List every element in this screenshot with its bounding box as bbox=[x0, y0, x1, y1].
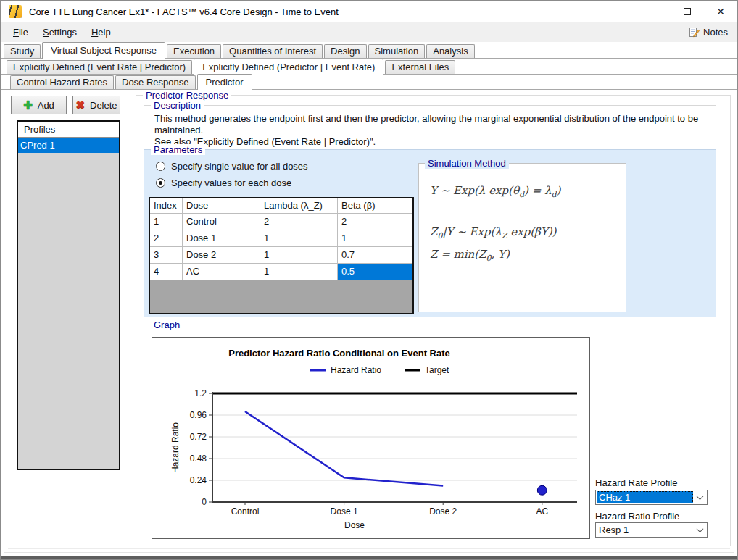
description-line-2: See also "Explicitly Defined (Event Rate… bbox=[154, 136, 716, 148]
table-cell[interactable]: Dose 1 bbox=[183, 230, 260, 247]
table-row: 4AC10.5 bbox=[150, 264, 412, 280]
radio-button-checked-icon bbox=[156, 178, 165, 188]
radio-single-value-label: Specify single value for all doses bbox=[171, 161, 308, 172]
hazard-ratio-chart-svg: 00.240.480.720.961.2ControlDose 1Dose 2A… bbox=[152, 338, 589, 538]
window-controls: ✕ bbox=[637, 1, 737, 22]
subtab-explicitly-defined-event-rate-predictor[interactable]: Explicitly Defined (Event Rate | Predict… bbox=[7, 60, 192, 74]
table-empty-area bbox=[150, 280, 412, 313]
menu-help[interactable]: Help bbox=[84, 24, 118, 41]
title-bar: Core TTE Lung Cancer Ex1* - FACTS™ v6.4 … bbox=[1, 1, 737, 22]
table-cell[interactable]: 2 bbox=[260, 214, 338, 230]
svg-text:AC: AC bbox=[536, 506, 548, 517]
add-button[interactable]: ✚ Add bbox=[11, 96, 67, 114]
minimize-icon bbox=[650, 12, 658, 12]
profile-item-cpred-1[interactable]: CPred 1 bbox=[18, 138, 119, 153]
page-border-line bbox=[8, 548, 730, 549]
tab-quantities-of-interest[interactable]: Quantities of Interest bbox=[223, 44, 323, 58]
facts-app-icon bbox=[9, 5, 22, 18]
parameters-group-label: Parameters bbox=[151, 144, 205, 155]
notes-icon bbox=[688, 27, 700, 38]
graph-group: Graph 00.240.480.720.961.2ControlDose 1D… bbox=[144, 325, 716, 540]
table-cell[interactable]: 3 bbox=[150, 247, 183, 264]
subsubtab-predictor[interactable]: Predictor bbox=[197, 74, 252, 90]
delete-x-icon: ✖ bbox=[75, 99, 85, 112]
svg-text:0: 0 bbox=[202, 497, 207, 507]
svg-text:Dose 1: Dose 1 bbox=[331, 506, 358, 517]
description-group: Description This method generates the en… bbox=[144, 105, 716, 146]
formula-line: Y ∼ Exp(λ exp(θd) = λd) bbox=[430, 184, 626, 199]
hazard-ratio-chart: 00.240.480.720.961.2ControlDose 1Dose 2A… bbox=[152, 337, 590, 539]
svg-text:Predictor Hazard Ratio Conditi: Predictor Hazard Ratio Conditional on Ev… bbox=[228, 348, 450, 359]
table-cell[interactable]: 1 bbox=[260, 264, 338, 280]
svg-text:Hazard Ratio: Hazard Ratio bbox=[331, 365, 381, 375]
menu-file[interactable]: File bbox=[6, 24, 36, 41]
svg-text:0.72: 0.72 bbox=[190, 432, 207, 442]
predictor-response-group-label: Predictor Response bbox=[143, 90, 231, 101]
table-cell[interactable]: 1 bbox=[260, 230, 338, 247]
delete-button[interactable]: ✖ Delete bbox=[72, 96, 120, 114]
hazard-ratio-profile-label: Hazard Ratio Profile bbox=[595, 511, 679, 522]
notes-button[interactable]: Notes bbox=[685, 25, 731, 40]
svg-text:Control: Control bbox=[231, 506, 260, 517]
window-title: Core TTE Lung Cancer Ex1* - FACTS™ v6.4 … bbox=[29, 7, 339, 17]
table-cell[interactable]: Control bbox=[183, 214, 260, 230]
menu-bar: FileSettingsHelp Notes bbox=[1, 22, 737, 42]
subtab-external-files[interactable]: External Files bbox=[385, 60, 455, 74]
radio-single-value[interactable]: Specify single value for all doses bbox=[156, 161, 308, 172]
subsubtab-control-hazard-rates[interactable]: Control Hazard Rates bbox=[10, 75, 114, 89]
table-cell[interactable]: 1 bbox=[260, 247, 338, 264]
radio-values-each-dose[interactable]: Specify values for each dose bbox=[156, 177, 291, 188]
maximize-button[interactable] bbox=[671, 1, 704, 22]
window-bottom-edge bbox=[1, 556, 737, 559]
table-cell[interactable]: 1 bbox=[150, 214, 183, 230]
table-row: 3Dose 210.7 bbox=[150, 247, 412, 264]
radio-values-each-dose-label: Specify values for each dose bbox=[171, 177, 291, 188]
hazard-rate-profile-select[interactable]: CHaz 1 bbox=[595, 490, 708, 505]
add-button-label: Add bbox=[38, 100, 54, 111]
table-cell[interactable]: 4 bbox=[150, 264, 183, 280]
hazard-rate-profile-value: CHaz 1 bbox=[597, 491, 693, 503]
subsubtab-dose-response[interactable]: Dose Response bbox=[115, 75, 196, 89]
table-cell[interactable]: Dose 2 bbox=[183, 247, 260, 264]
svg-text:0.24: 0.24 bbox=[190, 475, 207, 485]
table-header-cell: Lambda (λ_Z) bbox=[260, 198, 338, 214]
description-group-label: Description bbox=[151, 100, 204, 111]
page-border-line bbox=[4, 552, 734, 553]
svg-text:0.96: 0.96 bbox=[190, 410, 207, 420]
table-cell[interactable]: 0.5 bbox=[338, 264, 412, 280]
table-header-row: IndexDoseLambda (λ_Z)Beta (β) bbox=[150, 198, 412, 214]
svg-text:Target: Target bbox=[425, 365, 449, 375]
table-row: 2Dose 111 bbox=[150, 230, 412, 247]
table-cell[interactable]: 2 bbox=[150, 230, 183, 247]
subtab-explicitly-defined-predictor-event-rate[interactable]: Explicitly Defined (Predictor | Event Ra… bbox=[194, 59, 383, 75]
graph-group-label: Graph bbox=[151, 319, 183, 330]
radio-button-icon bbox=[156, 162, 165, 171]
chevron-down-icon bbox=[693, 495, 707, 500]
tab-execution[interactable]: Execution bbox=[167, 44, 221, 58]
profiles-list: Profiles CPred 1 bbox=[17, 120, 120, 470]
tab-study[interactable]: Study bbox=[4, 44, 41, 58]
delete-button-label: Delete bbox=[90, 100, 117, 111]
tab-simulation[interactable]: Simulation bbox=[368, 44, 426, 58]
minimize-button[interactable] bbox=[637, 1, 671, 22]
profiles-list-header: Profiles bbox=[18, 122, 119, 138]
hazard-ratio-profile-value: Resp 1 bbox=[597, 524, 693, 536]
formula-line: Z = min(Z0, Y) bbox=[430, 248, 626, 263]
maximize-icon bbox=[684, 8, 691, 15]
tab-analysis[interactable]: Analysis bbox=[426, 44, 474, 58]
tab-design[interactable]: Design bbox=[324, 44, 366, 58]
table-cell[interactable]: 2 bbox=[338, 214, 412, 230]
close-button[interactable]: ✕ bbox=[704, 1, 737, 22]
table-cell[interactable]: AC bbox=[183, 264, 260, 280]
svg-text:Dose 2: Dose 2 bbox=[429, 506, 457, 517]
table-cell[interactable]: 1 bbox=[338, 230, 412, 247]
table-row: 1Control22 bbox=[150, 214, 412, 230]
menu-settings[interactable]: Settings bbox=[36, 24, 84, 41]
table-cell[interactable]: 0.7 bbox=[338, 247, 412, 264]
response-tab-strip: Explicitly Defined (Event Rate | Predict… bbox=[1, 59, 737, 75]
hazard-ratio-profile-select[interactable]: Resp 1 bbox=[595, 522, 708, 538]
tab-virtual-subject-response[interactable]: Virtual Subject Response bbox=[42, 42, 165, 59]
dose-parameters-table: IndexDoseLambda (λ_Z)Beta (β)1Control222… bbox=[149, 197, 414, 314]
svg-text:0.48: 0.48 bbox=[190, 454, 207, 464]
simulation-method-group-label: Simulation Method bbox=[425, 158, 509, 169]
